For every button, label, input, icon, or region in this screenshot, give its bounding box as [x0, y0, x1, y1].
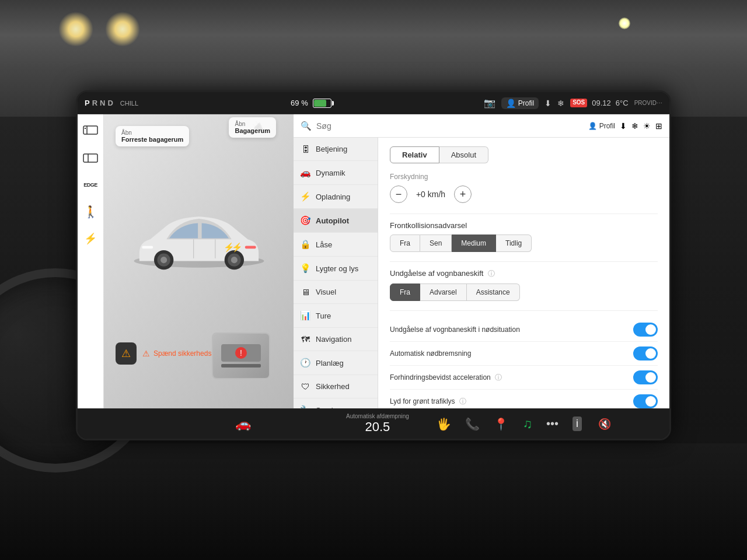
- frontkollision-tidlig[interactable]: Tidlig: [496, 235, 532, 252]
- svg-rect-13: [245, 246, 256, 249]
- car-bottom-icon[interactable]: 🚗: [235, 416, 251, 432]
- profile-icon-small: 👤: [588, 122, 597, 130]
- visuel-icon: 🖥: [299, 287, 311, 297]
- trafiklys-toggle[interactable]: [633, 394, 658, 408]
- menu-item-laase[interactable]: 🔒 Låse: [294, 233, 378, 257]
- camera-icon[interactable]: 📷: [484, 97, 495, 108]
- fuse-box-image: !: [212, 332, 270, 379]
- frontkollision-fra[interactable]: Fra: [390, 235, 420, 252]
- vognbaneskift-advarsel[interactable]: Advarsel: [420, 284, 467, 301]
- search-input[interactable]: [316, 121, 584, 131]
- frontkollision-options: Fra Sen Medium Tidlig: [390, 235, 658, 252]
- status-right: 📷 👤 Profil ⬇ ❄ SOS 09.12 6°C PROVID⋯: [484, 97, 662, 109]
- vognbaneskift-info-icon[interactable]: ⓘ: [488, 270, 495, 278]
- menu-item-visuel[interactable]: 🖥 Visuel: [294, 281, 378, 304]
- dynamik-label: Dynamik: [316, 169, 345, 177]
- spotify-icon[interactable]: ♫: [522, 416, 532, 432]
- provider-icon: PROVID⋯: [634, 100, 662, 106]
- divider-3: [390, 310, 658, 311]
- profile-button[interactable]: 👤 Profil: [501, 97, 539, 109]
- autopilot-icon: 🎯: [299, 215, 311, 226]
- toggle-row-forhindrings: Forhindringsbevidst acceleration ⓘ: [390, 366, 658, 390]
- menu-item-ture[interactable]: 📊 Ture: [294, 304, 378, 328]
- battery-icon: [313, 99, 331, 108]
- speed-value-display: +0 km/h: [413, 190, 448, 199]
- opladning-icon: ⚡: [299, 191, 311, 202]
- profile-label-small: Profil: [599, 122, 615, 130]
- noedsituation-toggle[interactable]: [633, 323, 658, 337]
- frontkollision-medium[interactable]: Medium: [452, 235, 496, 252]
- download-icon: ⬇: [544, 99, 551, 108]
- svg-point-8: [160, 257, 167, 263]
- noedsituation-label: Undgåelse af vognbaneskift i nødsituatio…: [390, 326, 627, 334]
- toggle-row-trafiklys: Lyd for grønt trafiklys ⓘ: [390, 390, 658, 408]
- profile-person-icon: 👤: [506, 99, 516, 108]
- menu-item-lygter[interactable]: 💡 Lygter og lys: [294, 257, 378, 281]
- divider-1: [390, 214, 658, 214]
- more-dots-icon[interactable]: •••: [546, 417, 558, 430]
- location-icon[interactable]: 📍: [494, 417, 508, 431]
- left-panel: EDGE 🚶 ⚡ Åbn Forreste bagagerum 🔌 Åbn Ba…: [78, 114, 294, 408]
- betjening-label: Betjening: [316, 145, 347, 153]
- warning-button[interactable]: ⚠: [116, 342, 137, 365]
- planlæg-label: Planlæg: [316, 359, 344, 368]
- autopilot-detail-panel: Relativ Absolut Forskydning − +0 km/h + …: [378, 138, 669, 408]
- planlæg-icon: 🕐: [299, 358, 311, 368]
- menu-item-betjening[interactable]: 🎛 Betjening: [294, 138, 378, 161]
- menu-item-dynamik[interactable]: 🚗 Dynamik: [294, 161, 378, 185]
- menu-item-service[interactable]: 🔧 Service: [294, 398, 378, 408]
- trafiklys-label: Lyd for grønt trafiklys ⓘ: [390, 397, 627, 407]
- frontkollision-sen[interactable]: Sen: [420, 235, 452, 252]
- bottom-bar: 🚗 Automatisk afdæmpning 20.5 🖐 📞 📍 ♫ •••…: [78, 408, 669, 439]
- menu-item-planlæg[interactable]: 🕐 Planlæg: [294, 351, 378, 375]
- driver-profile-icon[interactable]: 🚶: [81, 204, 100, 220]
- divider-2: [390, 261, 658, 262]
- status-bar: P R N D CHILL 69 % 📷 👤 Profil ⬇ ❄: [78, 92, 669, 114]
- menu-item-sikkerhed[interactable]: 🛡 Sikkerhed: [294, 375, 378, 398]
- svg-text:⚡: ⚡: [231, 242, 242, 253]
- svg-rect-12: [142, 246, 153, 249]
- noedbremse-toggle[interactable]: [633, 346, 658, 360]
- relativ-button[interactable]: Relativ: [390, 146, 439, 163]
- search-bar: 🔍 👤 Profil ⬇ ❄ ☀ ⊞: [294, 114, 669, 138]
- toggle-row-noedbremse: Automatisk nødbremsning: [390, 342, 658, 366]
- trafiklys-info-icon[interactable]: ⓘ: [459, 397, 466, 405]
- speed-decrease-button[interactable]: −: [390, 186, 407, 203]
- status-middle: 69 %: [143, 99, 479, 108]
- forhindrings-toggle[interactable]: [633, 370, 658, 384]
- ture-label: Ture: [316, 312, 331, 320]
- display-mode-icon-2[interactable]: [81, 150, 100, 166]
- grid-icon: ⊞: [655, 121, 662, 131]
- absolut-button[interactable]: Absolut: [439, 146, 488, 163]
- visuel-label: Visuel: [316, 288, 336, 296]
- menu-item-autopilot[interactable]: 🎯 Autopilot: [294, 209, 378, 233]
- menu-item-navigation[interactable]: 🗺 Navigation: [294, 328, 378, 351]
- laase-icon: 🔒: [299, 239, 311, 250]
- sun-icon: ☀: [643, 121, 651, 131]
- charging-status-icon[interactable]: ⚡: [81, 230, 100, 247]
- sos-badge[interactable]: SOS: [570, 99, 587, 107]
- opladning-label: Opladning: [316, 192, 350, 201]
- laase-label: Låse: [316, 240, 332, 249]
- forhindrings-info-icon[interactable]: ⓘ: [495, 373, 502, 382]
- snowflake-icon: ❄: [557, 99, 564, 108]
- settings-content: 🎛 Betjening 🚗 Dynamik ⚡ Opladning 🎯 Auto…: [294, 138, 669, 408]
- dynamik-icon: 🚗: [299, 167, 311, 178]
- menu-item-opladning[interactable]: ⚡ Opladning: [294, 185, 378, 209]
- navigation-label: Navigation: [316, 335, 351, 344]
- speed-increase-button[interactable]: +: [454, 186, 472, 203]
- vognbaneskift-assistance[interactable]: Assistance: [467, 284, 520, 301]
- search-icon: 🔍: [301, 121, 312, 131]
- svg-rect-0: [83, 126, 97, 134]
- edge-icon[interactable]: EDGE: [81, 177, 100, 193]
- info-icon[interactable]: i: [573, 416, 582, 431]
- open-trunk-button[interactable]: Åbn Bagagerum: [229, 117, 276, 138]
- vognbaneskift-fra[interactable]: Fra: [390, 284, 420, 301]
- hand-icon[interactable]: 🖐: [437, 417, 451, 431]
- mute-icon[interactable]: 🔇: [598, 418, 611, 430]
- display-mode-icon-1[interactable]: [81, 123, 100, 139]
- bottom-icons-row: 🖐 📞 📍 ♫ ••• i: [437, 416, 582, 432]
- gear-n: N: [100, 99, 105, 107]
- phone-icon[interactable]: 📞: [465, 417, 480, 431]
- open-front-trunk-button[interactable]: Åbn Forreste bagagerum: [116, 126, 189, 146]
